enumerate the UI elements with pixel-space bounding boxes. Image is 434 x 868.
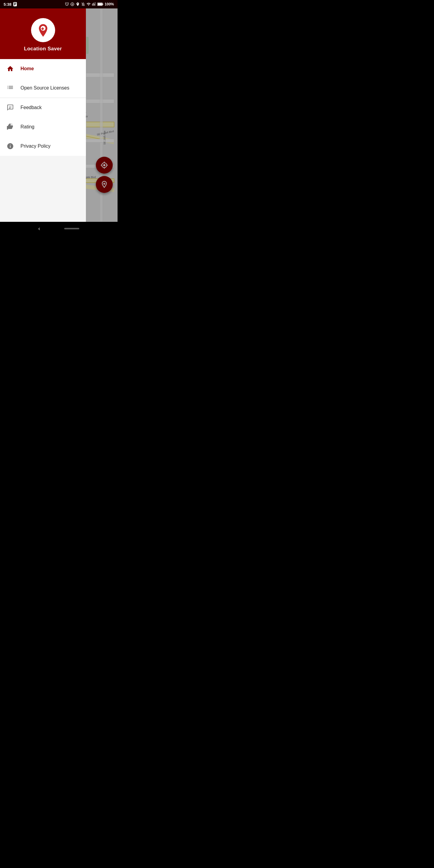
- svg-rect-43: [9, 107, 11, 107]
- svg-rect-4: [98, 3, 102, 5]
- gps-add-icon: [70, 2, 74, 6]
- svg-rect-44: [9, 108, 10, 108]
- svg-point-1: [72, 4, 73, 5]
- time: 5:38: [4, 2, 11, 7]
- status-left: 5:38 P: [4, 2, 17, 7]
- nav-item-feedback[interactable]: Feedback: [0, 98, 86, 117]
- nav-label-rating: Rating: [21, 124, 34, 130]
- nav-label-open-source: Open Source Licenses: [21, 85, 69, 91]
- bottom-nav-bar: ‹: [0, 222, 118, 235]
- status-right: 100%: [65, 2, 114, 6]
- battery-icon: [97, 2, 103, 6]
- app-title: Location Saver: [24, 46, 62, 52]
- nav-label-home: Home: [21, 66, 34, 71]
- back-button[interactable]: ‹: [38, 225, 40, 232]
- signal-icon: [92, 2, 96, 6]
- info-icon: [6, 142, 14, 150]
- nav-item-open-source[interactable]: Open Source Licenses: [0, 79, 86, 98]
- alarm-icon: [65, 2, 69, 6]
- rating-icon: [6, 123, 14, 131]
- drawer-body: Home Open Source Licenses Feedback: [0, 59, 86, 222]
- logo-pin-icon: [36, 23, 50, 37]
- svg-rect-3: [102, 4, 103, 5]
- home-indicator[interactable]: [64, 228, 79, 229]
- home-icon: [6, 64, 14, 73]
- nav-item-home[interactable]: Home: [0, 59, 86, 79]
- nav-item-rating[interactable]: Rating: [0, 117, 86, 136]
- feedback-icon: [6, 103, 14, 112]
- list-icon: [6, 84, 14, 92]
- nav-label-feedback: Feedback: [21, 105, 41, 110]
- location-icon: [76, 2, 80, 6]
- wifi-icon: [87, 2, 91, 6]
- nav-label-privacy: Privacy Policy: [21, 144, 51, 149]
- nav-drawer: Location Saver Home Open Source Licenses: [0, 8, 86, 222]
- parking-icon: P: [13, 2, 17, 6]
- battery-percent: 100%: [104, 2, 114, 6]
- nav-item-privacy[interactable]: Privacy Policy: [0, 136, 86, 156]
- drawer-header: Location Saver: [0, 8, 86, 59]
- status-bar: 5:38 P 100%: [0, 0, 118, 8]
- app-logo-circle: [31, 18, 55, 42]
- bell-mute-icon: [81, 2, 85, 6]
